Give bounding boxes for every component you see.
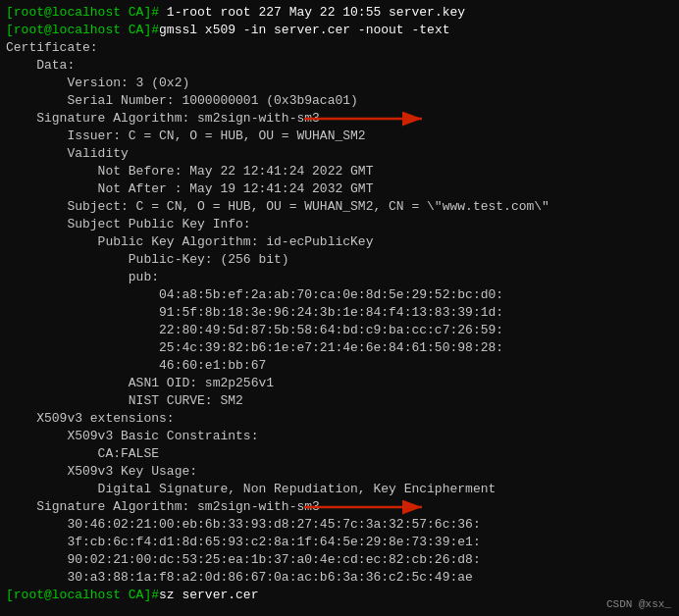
watermark: CSDN @xsx_	[606, 598, 671, 610]
terminal-line: 22:80:49:5d:87:5b:58:64:bd:c9:ba:cc:c7:2…	[6, 322, 673, 339]
terminal-line: Not After : May 19 12:41:24 2032 GMT	[6, 180, 673, 198]
terminal-line: Public Key Algorithm: id-ecPublicKey	[6, 233, 673, 251]
terminal-line: NIST CURVE: SM2	[6, 392, 673, 410]
terminal-line: X509v3 Key Usage:	[6, 463, 673, 481]
terminal-line: Public-Key: (256 bit)	[6, 251, 673, 269]
terminal-line: 04:a8:5b:ef:2a:ab:70:ca:0e:8d:5e:29:52:b…	[6, 286, 673, 304]
terminal-line: Version: 3 (0x2)	[6, 75, 673, 92]
terminal-line: X509v3 extensions:	[6, 410, 673, 428]
terminal-line: Subject Public Key Info:	[6, 216, 673, 233]
terminal-line: pub:	[6, 269, 673, 286]
terminal-line: CA:FALSE	[6, 445, 673, 463]
terminal-line: 91:5f:8b:18:3e:96:24:3b:1e:84:f4:13:83:3…	[6, 304, 673, 322]
terminal-line: Certificate:	[6, 39, 673, 57]
terminal-line: Signature Algorithm: sm2sign-with-sm3	[6, 110, 673, 128]
terminal-line: Digital Signature, Non Repudiation, Key …	[6, 481, 673, 498]
terminal-line: [root@localhost CA]#sz server.cer	[6, 587, 673, 604]
terminal-line: ASN1 OID: sm2p256v1	[6, 375, 673, 392]
terminal-line: Not Before: May 22 12:41:24 2022 GMT	[6, 163, 673, 180]
terminal-line: 3f:cb:6c:f4:d1:8d:65:93:c2:8a:1f:64:5e:2…	[6, 534, 673, 551]
terminal-line: Validity	[6, 145, 673, 163]
terminal-line: 46:60:e1:bb:67	[6, 357, 673, 375]
terminal-line: Issuer: C = CN, O = HUB, OU = WUHAN_SM2	[6, 128, 673, 145]
terminal-line: Serial Number: 1000000001 (0x3b9aca01)	[6, 92, 673, 110]
terminal-line: X509v3 Basic Constraints:	[6, 428, 673, 445]
terminal-line: 30:46:02:21:00:eb:6b:33:93:d8:27:45:7c:3…	[6, 516, 673, 534]
terminal-line: [root@localhost CA]# 1-root root 227 May…	[6, 4, 673, 22]
terminal-window: [root@localhost CA]# 1-root root 227 May…	[0, 0, 679, 616]
terminal-line: Subject: C = CN, O = HUB, OU = WUHAN_SM2…	[6, 198, 673, 216]
terminal-line: Signature Algorithm: sm2sign-with-sm3	[6, 498, 673, 516]
terminal-line: 25:4c:39:82:b6:1e:e7:21:4e:6e:84:61:50:9…	[6, 339, 673, 357]
terminal-line: 90:02:21:00:dc:53:25:ea:1b:37:a0:4e:cd:e…	[6, 551, 673, 569]
terminal-line: 30:a3:88:1a:f8:a2:0d:86:67:0a:ac:b6:3a:3…	[6, 569, 673, 587]
terminal-line: Data:	[6, 57, 673, 75]
terminal-line: [root@localhost CA]#gmssl x509 -in serve…	[6, 22, 673, 39]
